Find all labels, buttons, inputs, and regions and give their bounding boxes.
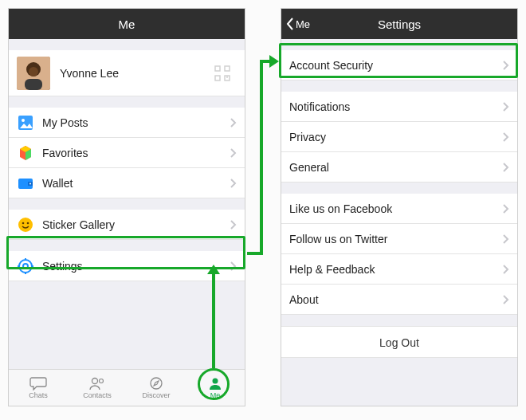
gap <box>281 183 517 194</box>
gap <box>9 96 245 108</box>
svg-point-11 <box>29 183 31 184</box>
row-privacy[interactable]: Privacy <box>281 122 517 152</box>
navbar-title: Me <box>119 18 135 31</box>
favorites-icon <box>17 144 34 162</box>
chevron-right-icon <box>503 234 509 244</box>
gap <box>9 240 245 251</box>
svg-point-15 <box>19 260 32 273</box>
tab-label: Contacts <box>83 391 112 399</box>
discover-icon <box>147 376 165 391</box>
chevron-right-icon <box>503 163 509 172</box>
row-label: Privacy <box>289 131 503 143</box>
row-wallet[interactable]: Wallet <box>9 168 245 198</box>
arrow-head-icon <box>207 265 220 274</box>
row-my-posts[interactable]: My Posts <box>9 108 245 138</box>
row-account-security[interactable]: Account Security <box>281 50 517 80</box>
row-label: Like us on Facebook <box>289 202 503 215</box>
back-label: Me <box>296 18 310 30</box>
chevron-right-icon <box>503 295 509 304</box>
posts-icon <box>17 114 34 131</box>
chevron-right-icon <box>230 220 237 230</box>
row-about[interactable]: About <box>281 285 517 315</box>
svg-point-8 <box>22 119 25 122</box>
row-label: About <box>289 293 503 306</box>
chevron-right-icon <box>503 102 509 112</box>
navbar-settings: Me Settings <box>281 9 517 39</box>
tab-bar: Chats Contacts Discover Me <box>9 369 245 406</box>
svg-point-21 <box>92 379 98 384</box>
row-label: Help & Feedback <box>289 263 503 276</box>
chat-icon <box>29 376 47 391</box>
row-label: General <box>289 161 503 174</box>
navbar-title: Settings <box>378 18 421 31</box>
gap <box>281 315 517 326</box>
arrow-segment <box>260 60 263 255</box>
tab-label: Chats <box>29 391 48 399</box>
svg-rect-5 <box>225 66 230 71</box>
row-favorites[interactable]: Favorites <box>9 138 245 168</box>
svg-point-22 <box>100 379 104 383</box>
row-label: Sticker Gallery <box>42 218 230 231</box>
back-button[interactable]: Me <box>286 18 310 30</box>
svg-point-14 <box>27 222 29 224</box>
tab-me[interactable]: Me <box>186 370 245 406</box>
chevron-right-icon <box>230 118 237 128</box>
svg-rect-6 <box>215 76 220 80</box>
gap <box>281 80 517 92</box>
svg-point-23 <box>151 378 162 389</box>
me-screen: Me Yvonne Lee My Posts Favorites Wallet … <box>8 8 245 406</box>
tab-chats[interactable]: Chats <box>9 370 68 406</box>
svg-point-24 <box>213 379 218 384</box>
gap <box>9 39 245 50</box>
row-general[interactable]: General <box>281 152 517 183</box>
tab-contacts[interactable]: Contacts <box>68 370 127 406</box>
svg-point-16 <box>23 264 28 269</box>
tab-discover[interactable]: Discover <box>127 370 186 406</box>
row-sticker-gallery[interactable]: Sticker Gallery <box>9 210 245 240</box>
chevron-right-icon <box>230 179 237 188</box>
chevron-right-icon <box>230 148 237 158</box>
row-label: Settings <box>42 260 230 273</box>
navbar-me: Me <box>9 9 245 39</box>
qr-icon[interactable] <box>214 65 230 81</box>
gap <box>281 39 517 50</box>
svg-point-13 <box>22 222 25 224</box>
chevron-right-icon <box>503 204 509 214</box>
svg-rect-4 <box>215 66 220 71</box>
gap <box>9 198 245 210</box>
contacts-icon <box>88 376 106 391</box>
row-label: Account Security <box>289 59 503 72</box>
chevron-right-icon <box>503 132 509 142</box>
row-label: Favorites <box>42 147 230 159</box>
wallet-icon <box>17 175 34 192</box>
me-tab-icon <box>206 376 224 391</box>
row-help-feedback[interactable]: Help & Feedback <box>281 254 517 285</box>
tab-label: Discover <box>142 391 170 399</box>
avatar <box>17 57 50 90</box>
row-label: My Posts <box>42 116 230 129</box>
tab-label: Me <box>210 391 221 399</box>
logout-button[interactable]: Log Out <box>281 326 517 358</box>
settings-screen: Me Settings Account Security Notificatio… <box>281 8 518 406</box>
profile-name: Yvonne Lee <box>60 67 214 80</box>
arrow-head-icon <box>269 55 279 68</box>
row-label: Follow us on Twitter <box>289 233 503 245</box>
row-notifications[interactable]: Notifications <box>281 92 517 122</box>
settings-icon <box>17 257 34 275</box>
sticker-icon <box>17 216 34 234</box>
chevron-left-icon <box>286 18 294 30</box>
arrow-segment <box>212 271 215 368</box>
profile-row[interactable]: Yvonne Lee <box>9 50 245 96</box>
row-like-facebook[interactable]: Like us on Facebook <box>281 194 517 224</box>
svg-rect-3 <box>25 79 42 90</box>
svg-point-2 <box>29 67 38 77</box>
row-label: Notifications <box>289 100 503 113</box>
chevron-right-icon <box>230 261 237 271</box>
row-follow-twitter[interactable]: Follow us on Twitter <box>281 224 517 254</box>
chevron-right-icon <box>503 61 509 70</box>
row-label: Wallet <box>42 177 230 190</box>
svg-point-12 <box>18 218 33 232</box>
chevron-right-icon <box>503 265 509 274</box>
